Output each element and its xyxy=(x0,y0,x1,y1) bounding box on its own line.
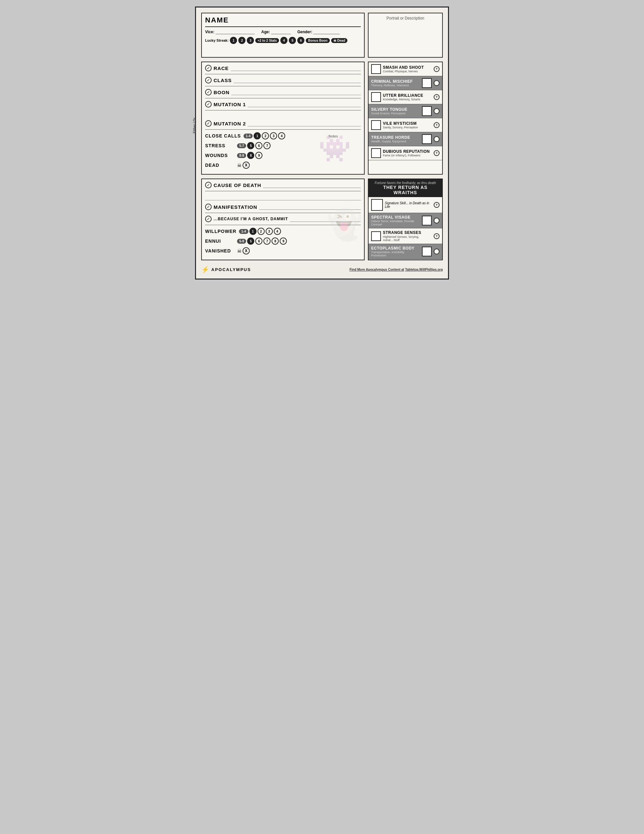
because-check[interactable]: ✓ xyxy=(205,216,211,222)
stress-6[interactable]: 6 xyxy=(255,142,262,149)
vile-mysticism-q[interactable]: ? xyxy=(434,122,439,128)
criminal-mischief-text: CRIMINAL MISCHIEF Thievery, Reflexes, Wa… xyxy=(371,79,420,87)
dubious-rep-q[interactable]: ? xyxy=(434,150,439,156)
sig-skill-box[interactable] xyxy=(371,199,383,211)
mutation1-field[interactable] xyxy=(248,101,361,107)
luck-6[interactable]: 6 xyxy=(297,37,304,44)
age-field[interactable] xyxy=(271,30,291,34)
skill-spectral-visage: SPECTRAL VISAGE Induce Terror, Intimidat… xyxy=(368,213,442,228)
skull-icon[interactable]: ☠ xyxy=(237,162,242,168)
dead-label: DEAD xyxy=(205,163,234,168)
cause-check[interactable]: ✓ xyxy=(205,182,211,188)
website-link[interactable]: Tabletop.WillPhillips.org xyxy=(405,268,443,272)
ectoplasmic-q[interactable]: ? xyxy=(434,249,439,254)
vice-field[interactable] xyxy=(216,30,255,34)
spectral-visage-name: SPECTRAL VISAGE xyxy=(371,215,420,220)
class-label: CLASS xyxy=(213,78,232,83)
race-row: ✓ RACE xyxy=(205,65,361,74)
portrait-area[interactable] xyxy=(371,22,439,54)
treasure-horde-q[interactable]: ? xyxy=(434,136,439,142)
ennui-label: ENNUI xyxy=(205,238,234,244)
vanished-skull-icon[interactable]: ☠ xyxy=(237,248,242,254)
boon-check[interactable]: ✓ xyxy=(205,89,211,95)
portrait-label: Portrait or Description xyxy=(371,16,439,21)
skill-criminal-mischief: CRIMINAL MISCHIEF Thievery, Reflexes, Wa… xyxy=(368,76,442,90)
luck-dead[interactable]: ☠ Dead xyxy=(331,38,347,43)
luck-4[interactable]: 4 xyxy=(280,37,287,44)
luck-5[interactable]: 5 xyxy=(289,37,296,44)
willpower-1[interactable]: 1 xyxy=(249,228,257,235)
luck-2[interactable]: 2 xyxy=(238,37,245,44)
skill-vile-mysticism: VILE MYSTICISM Sanity, Sorcery, Percepti… xyxy=(368,118,442,132)
silvery-tongue-q[interactable]: ? xyxy=(434,108,439,114)
treasure-horde-box[interactable] xyxy=(422,134,432,144)
smash-shoot-sub: Combat, Physique, Nerves xyxy=(383,70,432,73)
ennui-6[interactable]: 6 xyxy=(255,238,262,245)
wraith-tagline: Fortune favors the foolhardy, as thru de… xyxy=(372,181,439,185)
race-field[interactable] xyxy=(231,65,361,71)
close-calls-1[interactable]: 1 xyxy=(253,132,261,139)
vanished-x[interactable]: X xyxy=(242,247,250,254)
wraith-title: THEY RETURN AS WRAITHS xyxy=(372,185,439,195)
boon-field[interactable] xyxy=(231,89,361,95)
sig-skill-label: Signature Skill... in Death as in Life xyxy=(385,201,432,208)
race-check[interactable]: ✓ xyxy=(205,65,211,71)
mutation2-field[interactable] xyxy=(248,121,361,126)
vice-label: Vice: xyxy=(205,30,255,34)
logo-icon: ⚡ xyxy=(201,265,210,273)
character-fields-panel: Either / Or ✓ RACE ✓ CLASS ✓ BOON ✓ MUTA… xyxy=(201,61,365,175)
silvery-tongue-box[interactable] xyxy=(422,106,432,116)
wounds-track: 8-9 8 9 xyxy=(237,152,262,159)
criminal-mischief-q[interactable]: ? xyxy=(434,80,439,86)
ennui-9[interactable]: 9 xyxy=(280,238,287,245)
ennui-8[interactable]: 8 xyxy=(271,238,279,245)
skill-strange-senses: STRANGE SENSES Hightened Senses, Scrying… xyxy=(368,228,442,244)
stress-5[interactable]: 5 xyxy=(247,142,254,149)
ennui-5[interactable]: 5 xyxy=(247,238,254,245)
class-check[interactable]: ✓ xyxy=(205,77,211,83)
wraith-panel: Fortune favors the foolhardy, as thru de… xyxy=(368,179,443,260)
luck-3[interactable]: 3 xyxy=(247,37,254,44)
close-calls-4[interactable]: 4 xyxy=(278,132,285,139)
character-sheet: NAME Vice: Age: Gender: Lucky Streak: 1 xyxy=(195,6,449,280)
close-calls-2[interactable]: 2 xyxy=(262,132,269,139)
willpower-4[interactable]: 4 xyxy=(274,228,281,235)
sig-skill-q[interactable]: ? xyxy=(434,202,439,208)
wounds-9[interactable]: 9 xyxy=(255,152,262,159)
ennui-7[interactable]: 7 xyxy=(263,238,271,245)
willpower-3[interactable]: 3 xyxy=(266,228,273,235)
strange-senses-q[interactable]: ? xyxy=(434,233,439,239)
race-label: RACE xyxy=(213,65,229,71)
spectral-visage-q[interactable]: ? xyxy=(434,218,439,223)
mutation2-check[interactable]: ✓ xyxy=(205,120,211,127)
dead-x[interactable]: X xyxy=(242,162,250,169)
mutation2-row: ✓ MUTATION 2 xyxy=(205,120,361,130)
utter-brilliance-q[interactable]: ? xyxy=(434,94,439,100)
gender-field[interactable] xyxy=(313,30,340,34)
class-field[interactable] xyxy=(234,77,361,83)
silvery-tongue-sub: Social Graces, Persuasion xyxy=(371,112,420,115)
luck-1[interactable]: 1 xyxy=(230,37,237,44)
close-calls-3[interactable]: 3 xyxy=(270,132,277,139)
utter-brilliance-text: UTTER BRILLIANCE Knowledge, Memory, Smar… xyxy=(383,93,432,101)
ectoplasmic-box[interactable] xyxy=(422,247,432,256)
skill-utter-brilliance: UTTER BRILLIANCE Knowledge, Memory, Smar… xyxy=(368,90,442,104)
wounds-8[interactable]: 8 xyxy=(247,152,254,159)
criminal-mischief-box[interactable] xyxy=(422,78,432,88)
vile-mysticism-box[interactable] xyxy=(371,120,381,130)
ennui-track: 5-9 5 6 7 8 9 xyxy=(237,238,287,245)
cause-description-field[interactable] xyxy=(205,194,361,200)
smash-shoot-q[interactable]: ? xyxy=(434,66,439,72)
cause-field[interactable] xyxy=(263,182,361,188)
strange-senses-box[interactable] xyxy=(371,231,381,241)
mutation1-check[interactable]: ✓ xyxy=(205,101,211,108)
manifestation-check[interactable]: ✓ xyxy=(205,204,211,210)
middle-section: Either / Or ✓ RACE ✓ CLASS ✓ BOON ✓ MUTA… xyxy=(201,61,443,175)
smash-shoot-box[interactable] xyxy=(371,64,381,74)
willpower-2[interactable]: 2 xyxy=(258,228,265,235)
utter-brilliance-box[interactable] xyxy=(371,92,381,102)
ghost-art: 👻 xyxy=(325,207,364,256)
stress-7[interactable]: 7 xyxy=(263,142,271,149)
dubious-rep-box[interactable] xyxy=(371,148,381,158)
spectral-visage-box[interactable] xyxy=(422,216,432,225)
